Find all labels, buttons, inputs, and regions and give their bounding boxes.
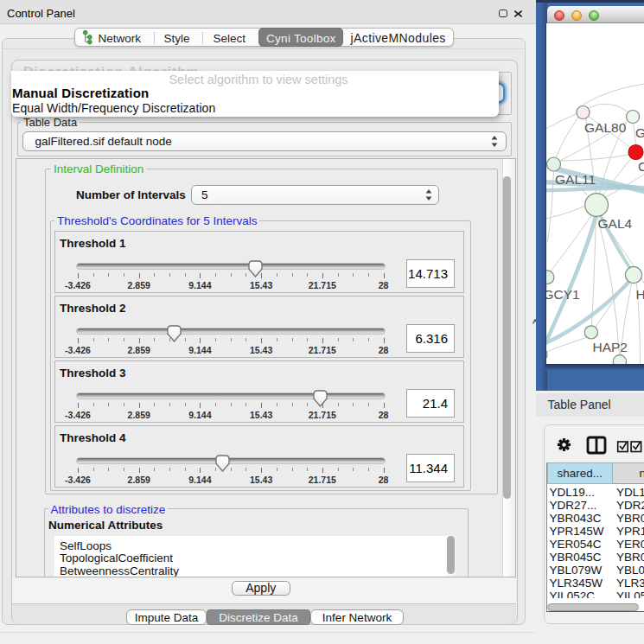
svg-text:GAL3: GAL3 xyxy=(635,125,644,140)
svg-text:GCY1: GCY1 xyxy=(546,287,580,302)
svg-text:HI: HI xyxy=(636,287,644,302)
svg-text:GAL80: GAL80 xyxy=(584,120,627,135)
svg-text:GAL4: GAL4 xyxy=(598,216,633,231)
svg-text:HAP2: HAP2 xyxy=(593,340,628,354)
svg-text:CY: CY xyxy=(638,159,644,174)
svg-text:GAL11: GAL11 xyxy=(555,172,596,187)
